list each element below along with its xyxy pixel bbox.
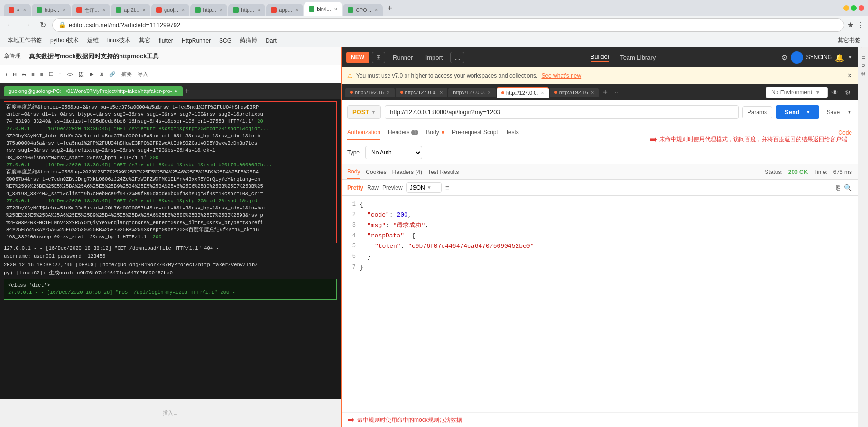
side-panel-item-4[interactable]: C <box>860 70 867 77</box>
toolbar-link[interactable]: 🔗 <box>107 70 118 78</box>
pm-tab-3[interactable]: http://127.0.0. × <box>448 88 496 97</box>
terminal-tab-add[interactable]: + <box>185 86 190 96</box>
browser-tab-warehouse[interactable]: 仓库... × <box>72 4 111 16</box>
settings-gear-icon[interactable]: ⚙ <box>781 53 788 62</box>
copy-icon[interactable]: ⎘ <box>836 184 840 191</box>
tab-close[interactable]: × <box>334 6 337 12</box>
builder-tab[interactable]: Builder <box>591 53 609 62</box>
tab-pre-request-script[interactable]: Pre-request Script <box>452 125 498 140</box>
toolbar-unordered[interactable]: ≡ <box>29 71 36 78</box>
bookmark-more[interactable]: 其它书签 <box>834 36 864 45</box>
toolbar-image[interactable]: 🖼 <box>77 71 86 78</box>
tab-close[interactable]: × <box>102 7 105 13</box>
browser-tab-bin[interactable]: bin/i... × <box>304 2 342 16</box>
bookmark-flutter[interactable]: flutter <box>155 36 177 45</box>
pm-tab-close-4[interactable]: × <box>541 90 544 96</box>
format-type-select[interactable]: JSON ▼ <box>406 182 442 193</box>
toolbar-import[interactable]: 导入 <box>136 70 150 79</box>
toolbar-todo[interactable]: ☐ <box>47 70 55 78</box>
bookmark-python[interactable]: python技术 <box>46 36 83 45</box>
url-bar[interactable]: 🔒 editor.csdn.net/md/?articleId=11129979… <box>52 18 844 32</box>
browser-tab[interactable]: × × <box>4 4 31 16</box>
toolbar-summary[interactable]: 摘要 <box>120 70 134 79</box>
tab-authorization[interactable]: Authorization <box>347 125 380 140</box>
import-button[interactable]: Import <box>421 52 448 63</box>
toolbar-quote[interactable]: " <box>57 71 63 78</box>
settings-icon[interactable]: ⋮ <box>857 20 864 29</box>
toolbar-table[interactable]: ⊞ <box>97 70 105 78</box>
bookmark-local[interactable]: 本地工作书签 <box>4 36 46 45</box>
response-body-tab[interactable]: Body <box>347 165 360 179</box>
pm-tab-close-3[interactable]: × <box>488 90 491 95</box>
terminal-tab-close[interactable]: × <box>175 88 178 94</box>
pm-tab-5[interactable]: http://192.16 × <box>550 88 599 97</box>
url-input-field[interactable] <box>385 105 738 119</box>
send-button[interactable]: Send ▼ <box>776 105 819 119</box>
environment-selector[interactable]: No Environment ▼ <box>766 87 828 98</box>
tab-close[interactable]: × <box>375 7 378 13</box>
bookmark-ops[interactable]: 运维 <box>83 36 102 45</box>
search-icon[interactable]: 🔍 <box>844 184 852 191</box>
pm-tab-close-2[interactable]: × <box>440 90 443 95</box>
toolbar-ordered[interactable]: ≡ <box>38 71 45 78</box>
new-tab-button[interactable]: + <box>384 3 397 13</box>
bookmark-linux[interactable]: linux技术 <box>103 36 134 45</box>
tab-close[interactable]: × <box>182 7 185 13</box>
dropdown-arrow[interactable]: ▼ <box>847 54 853 61</box>
tab-tests[interactable]: Tests <box>506 125 519 140</box>
tab-close[interactable]: × <box>220 7 222 13</box>
bookmark-other[interactable]: 其它 <box>135 36 154 45</box>
side-panel-item-2[interactable]: H <box>860 54 867 61</box>
notification-icon[interactable]: 🔔 <box>835 53 844 62</box>
tab-close[interactable]: × <box>63 7 65 13</box>
terminal-tab[interactable]: guolong@guolong-PC: ~/01Work/07MyProject… <box>4 86 183 96</box>
bookmark-xtp[interactable]: 薅痛博 <box>236 36 261 45</box>
response-test-results-tab[interactable]: Test Results <box>428 166 459 178</box>
tab-close[interactable]: × <box>258 7 260 13</box>
expand-icon[interactable]: ⛶ <box>450 52 464 63</box>
browser-tab-http2[interactable]: http... × <box>190 4 227 16</box>
side-panel-item-5[interactable]: 特 <box>859 78 867 82</box>
auth-type-select[interactable]: No Auth <box>365 146 422 159</box>
eye-icon[interactable]: 👁 <box>829 89 841 96</box>
tab-close[interactable]: × <box>143 7 146 13</box>
method-selector[interactable]: POST ▼ <box>347 105 381 119</box>
format-pretty[interactable]: Pretty <box>347 184 363 191</box>
browser-tab-app[interactable]: app... × <box>266 4 303 16</box>
bookmark-scg[interactable]: SCG <box>215 36 235 45</box>
pm-tab-1[interactable]: http://192.16 × <box>345 88 395 97</box>
pm-tabs-more[interactable]: ··· <box>611 89 623 96</box>
browser-tab-http1[interactable]: http-... × <box>32 4 71 16</box>
pm-tab-add-btn[interactable]: + <box>600 88 610 98</box>
side-panel-item-1[interactable]: 列表 <box>859 49 867 53</box>
browser-tab-http3[interactable]: http... × <box>228 4 265 16</box>
side-panel-item-3[interactable]: U <box>860 62 867 69</box>
browser-tab-api[interactable]: api2i... × <box>111 4 150 16</box>
layout-icon[interactable]: ⊞ <box>372 52 385 63</box>
toolbar-code[interactable]: <> <box>65 71 75 78</box>
nav-forward[interactable]: → <box>20 18 33 32</box>
tab-body[interactable]: Body <box>426 125 444 140</box>
toolbar-strikethrough[interactable]: S <box>20 71 28 78</box>
format-raw[interactable]: Raw <box>367 184 379 191</box>
tab-headers[interactable]: Headers 1 <box>388 125 418 140</box>
user-avatar[interactable] <box>791 51 803 64</box>
tab-close[interactable]: × <box>295 7 298 13</box>
response-headers-tab[interactable]: Headers (4) <box>392 166 422 178</box>
params-button[interactable]: Params <box>742 106 772 118</box>
format-preview[interactable]: Preview <box>382 184 403 191</box>
new-button[interactable]: NEW <box>346 52 369 63</box>
runner-button[interactable]: Runner <box>388 52 418 63</box>
pm-tab-2[interactable]: http://127.0.0. × <box>396 88 448 97</box>
browser-tab-guoj[interactable]: guoj... × <box>151 4 189 16</box>
team-library-tab[interactable]: Team Library <box>620 54 656 61</box>
word-wrap-icon[interactable]: ≡ <box>445 184 449 191</box>
nav-reload[interactable]: ↻ <box>36 18 49 32</box>
nav-back[interactable]: ← <box>4 18 17 32</box>
toolbar-italic[interactable]: I <box>4 71 9 78</box>
pm-tab-close-1[interactable]: × <box>387 90 389 95</box>
save-dropdown-arrow[interactable]: ▼ <box>847 109 852 115</box>
pm-tab-close-5[interactable]: × <box>591 90 594 95</box>
browser-tab-cpo[interactable]: CPO... × <box>343 4 382 16</box>
pm-tab-4-active[interactable]: http://127.0.0. × <box>497 87 549 98</box>
